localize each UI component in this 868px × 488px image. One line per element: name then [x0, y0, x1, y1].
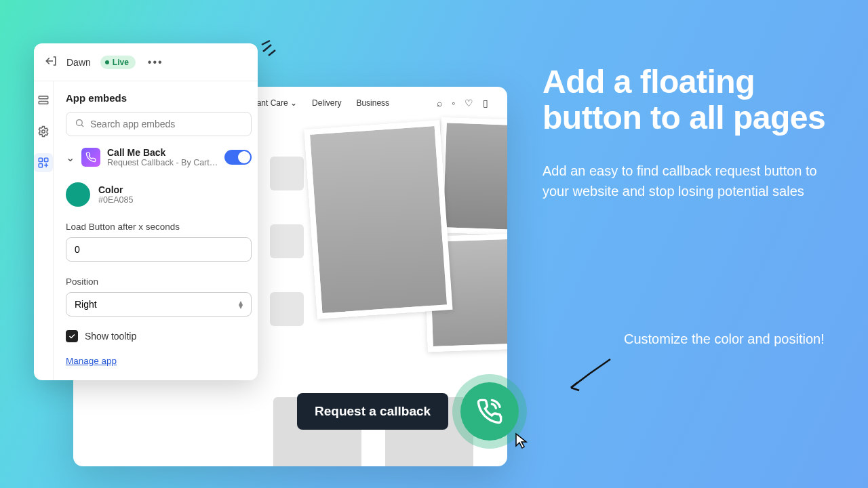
theme-editor-panel: Dawn Live ••• App embeds Search app embe…	[34, 43, 258, 380]
cursor-icon	[514, 432, 530, 450]
svg-point-5	[42, 130, 45, 134]
arrow-annotation	[563, 352, 617, 400]
chevron-down-icon: ⌄	[290, 98, 297, 108]
color-hex: #0EA085	[98, 195, 133, 205]
subheadline: Add an easy to find callback request but…	[542, 161, 834, 201]
app-embed-row[interactable]: ⌄ Call Me Back Request Callback - By Car…	[66, 147, 252, 167]
nav-business[interactable]: Business	[356, 98, 389, 108]
side-rail	[34, 81, 54, 380]
embed-toggle[interactable]	[224, 150, 252, 165]
svg-rect-8	[39, 164, 42, 167]
color-label: Color	[98, 184, 133, 195]
section-title: App embeds	[66, 92, 252, 104]
photo	[437, 117, 507, 237]
position-value: Right	[75, 299, 97, 310]
marketing-copy: Add a floating button to all pages Add a…	[542, 64, 834, 201]
nav-delivery[interactable]: Delivery	[312, 98, 341, 108]
search-placeholder: Search app embeds	[90, 119, 175, 129]
more-menu[interactable]: •••	[148, 56, 163, 68]
bag-icon[interactable]: ▯	[483, 98, 488, 108]
show-tooltip-label: Show tooltip	[85, 331, 136, 342]
load-delay-label: Load Button after x seconds	[66, 222, 252, 232]
thumb	[270, 224, 304, 258]
callback-button[interactable]	[460, 382, 519, 441]
embed-title: Call Me Back	[107, 147, 218, 158]
spark-decoration	[259, 31, 286, 58]
svg-line-2	[262, 41, 270, 45]
panel-header: Dawn Live •••	[34, 43, 258, 81]
svg-rect-6	[39, 158, 42, 161]
color-setting[interactable]: Color #0EA085	[66, 182, 252, 207]
panel-content: App embeds Search app embeds ⌄ Call Me B…	[54, 81, 258, 380]
svg-point-9	[77, 120, 83, 126]
app-icon	[81, 148, 100, 167]
position-select[interactable]: Right ▴▾	[66, 292, 252, 317]
svg-line-1	[269, 50, 275, 56]
show-tooltip-row[interactable]: Show tooltip	[66, 330, 252, 342]
heart-icon[interactable]: ♡	[465, 98, 473, 108]
show-tooltip-checkbox[interactable]	[66, 330, 78, 342]
rail-sections-icon[interactable]	[34, 91, 53, 110]
svg-rect-4	[39, 102, 48, 104]
callback-tooltip: Request a callback	[297, 393, 448, 430]
rail-settings-icon[interactable]	[34, 122, 53, 141]
exit-icon[interactable]	[45, 55, 57, 70]
photo	[304, 120, 452, 319]
search-icon[interactable]: ⌕	[437, 98, 442, 108]
theme-name: Dawn	[66, 57, 91, 68]
live-badge: Live	[100, 56, 136, 69]
load-delay-input[interactable]	[66, 237, 252, 262]
thumb	[270, 292, 304, 326]
chevron-down-icon: ⌄	[66, 151, 75, 164]
position-label: Position	[66, 277, 252, 287]
headline: Add a floating button to all pages	[542, 64, 834, 136]
search-icon	[75, 118, 85, 130]
color-swatch[interactable]	[66, 182, 90, 207]
svg-line-0	[263, 45, 271, 52]
search-input[interactable]: Search app embeds	[66, 112, 252, 136]
rail-apps-icon[interactable]	[34, 153, 53, 172]
callout-text: Customize the color and position!	[624, 329, 827, 348]
embed-subtitle: Request Callback - By Cart…	[107, 158, 218, 167]
select-caret-icon: ▴▾	[239, 300, 243, 308]
account-icon[interactable]: ◦	[452, 98, 455, 108]
svg-rect-7	[45, 158, 48, 161]
manage-app-link[interactable]: Manage app	[66, 356, 117, 366]
floating-callback: Request a callback	[297, 382, 519, 441]
thumb	[270, 157, 304, 190]
phone-icon	[476, 398, 503, 425]
svg-rect-3	[39, 96, 48, 99]
